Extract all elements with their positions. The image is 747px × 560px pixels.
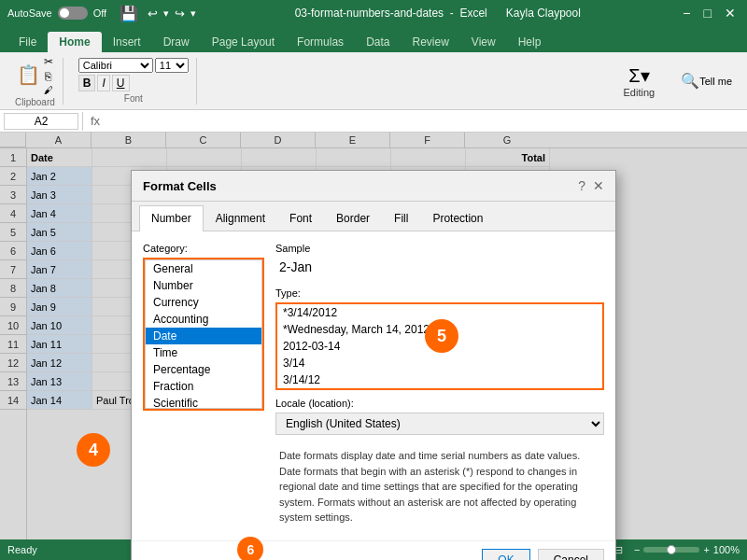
category-item-date[interactable]: Date — [146, 328, 261, 344]
file-title: 03-format-numbers-and-dates — [295, 7, 444, 20]
category-item-number[interactable]: Number — [146, 277, 261, 294]
dialog-tab-font[interactable]: Font — [277, 205, 324, 231]
font-family-select[interactable]: Calibri — [78, 58, 153, 73]
zoom-level: 100% — [713, 544, 740, 555]
dialog-tab-fill[interactable]: Fill — [382, 205, 420, 231]
formula-divider — [82, 112, 83, 131]
cancel-button[interactable]: Cancel — [538, 549, 604, 561]
save-icon[interactable]: 💾 — [120, 5, 138, 22]
font-label: Font — [124, 93, 143, 104]
cut-button[interactable]: ✂ — [44, 55, 53, 68]
zoom-thumb — [667, 545, 676, 554]
autosave-knob — [60, 8, 69, 18]
sheet-area: A B C D E F G 1 2 3 4 5 6 7 8 9 10 11 12… — [0, 133, 747, 539]
restore-button[interactable]: □ — [700, 6, 715, 21]
undo-button[interactable]: ↩ — [148, 7, 158, 21]
undo-dropdown[interactable]: ▾ — [163, 7, 169, 20]
ribbon-tabs: File Home Insert Draw Page Layout Formul… — [0, 26, 747, 52]
search-button[interactable]: 🔍 — [681, 72, 699, 90]
autosave-toggle[interactable] — [58, 7, 88, 20]
tab-data[interactable]: Data — [355, 32, 401, 52]
category-item-scientific[interactable]: Scientific — [146, 395, 261, 409]
tab-view[interactable]: View — [460, 32, 507, 52]
tell-me-label: Tell me — [699, 76, 732, 87]
name-box[interactable]: A2 — [4, 113, 78, 130]
callout-6-label: 6 — [247, 542, 254, 557]
ok-button[interactable]: OK — [482, 549, 529, 561]
zoom-slider[interactable] — [643, 547, 699, 553]
bold-button[interactable]: B — [78, 75, 96, 91]
dialog-title-bar: Format Cells ? ✕ — [132, 171, 615, 202]
sample-value: 2-Jan — [275, 256, 604, 278]
category-label: Category: — [143, 243, 264, 254]
dialog-title-text: Format Cells — [143, 179, 217, 193]
dialog-footer: OK Cancel — [132, 540, 615, 561]
category-section: Category: General Number Currency Accoun… — [143, 243, 264, 529]
dialog-help-button[interactable]: ? — [578, 178, 585, 193]
formula-input[interactable] — [104, 115, 743, 128]
italic-button[interactable]: I — [97, 75, 109, 91]
type-item-3[interactable]: 3/14 — [277, 355, 602, 371]
dialog-main-row: Category: General Number Currency Accoun… — [143, 243, 604, 529]
font-size-select[interactable]: 11 — [155, 58, 189, 73]
copy-button[interactable]: ⎘ — [44, 70, 53, 83]
dialog-tab-alignment[interactable]: Alignment — [204, 205, 277, 231]
dialog-title-actions: ? ✕ — [578, 178, 604, 193]
title-bar: AutoSave Off 💾 ↩ ▾ ↪ ▾ 03-format-numbers… — [0, 0, 747, 26]
category-item-accounting[interactable]: Accounting — [146, 311, 261, 328]
tab-review[interactable]: Review — [401, 32, 459, 52]
tab-help[interactable]: Help — [507, 32, 553, 52]
right-section: Sample 2-Jan Type: *3/14/2012 *Wednesday… — [275, 243, 604, 529]
tab-file[interactable]: File — [7, 32, 48, 52]
callout-4-label: 4 — [89, 441, 98, 460]
dialog-tabs: Number Alignment Font Border Fill Protec… — [132, 202, 615, 231]
tab-insert[interactable]: Insert — [102, 32, 152, 52]
zoom-minus[interactable]: − — [634, 544, 640, 555]
callout-4: 4 — [77, 433, 110, 467]
clipboard-label: Clipboard — [15, 97, 55, 107]
sample-label: Sample — [275, 243, 604, 254]
callout-6: 6 — [237, 537, 263, 560]
callout-5-label: 5 — [437, 327, 446, 346]
category-list[interactable]: General Number Currency Accounting Date … — [145, 259, 262, 409]
description-text: Date formats display date and time seria… — [275, 444, 604, 529]
editing-group: Σ▾ Editing — [613, 61, 667, 102]
type-label: Type: — [275, 287, 604, 299]
title-bar-left: AutoSave Off 💾 ↩ ▾ ↪ ▾ — [7, 5, 196, 22]
tab-draw[interactable]: Draw — [152, 32, 201, 52]
dialog-tab-protection[interactable]: Protection — [420, 205, 495, 231]
modal-overlay: Format Cells ? ✕ Number Alignment Font B… — [0, 133, 747, 539]
underline-button[interactable]: U — [112, 75, 130, 91]
category-item-currency[interactable]: Currency — [146, 294, 261, 311]
category-item-time[interactable]: Time — [146, 344, 261, 361]
dialog-tab-border[interactable]: Border — [324, 205, 382, 231]
category-list-wrapper: General Number Currency Accounting Date … — [143, 258, 264, 411]
title-bar-right: − □ ✕ — [679, 6, 740, 21]
dialog-tab-number[interactable]: Number — [139, 205, 204, 231]
tab-home[interactable]: Home — [48, 32, 101, 52]
autosave-label: AutoSave — [7, 7, 52, 19]
category-item-fraction[interactable]: Fraction — [146, 378, 261, 395]
redo-button[interactable]: ↪ — [175, 7, 185, 21]
username: Kayla Claypool — [506, 7, 581, 20]
tab-formulas[interactable]: Formulas — [286, 32, 355, 52]
category-item-general[interactable]: General — [146, 260, 261, 277]
zoom-plus[interactable]: + — [703, 544, 709, 555]
editing-label: Editing — [624, 87, 655, 98]
locale-label: Locale (location): — [275, 398, 604, 409]
app-name: Excel — [459, 7, 486, 20]
search-group: 🔍 Tell me — [673, 72, 740, 90]
category-item-percentage[interactable]: Percentage — [146, 361, 261, 378]
callout-5: 5 — [425, 319, 458, 353]
clipboard-group: 📋 ✂ ⎘ 🖌 Clipboard — [7, 58, 63, 105]
format-painter-button[interactable]: 🖌 — [44, 85, 53, 95]
dialog-close-button[interactable]: ✕ — [593, 178, 604, 193]
tab-page-layout[interactable]: Page Layout — [201, 32, 286, 52]
ribbon: 📋 ✂ ⎘ 🖌 Clipboard Calibri 11 B I U Font … — [0, 52, 747, 110]
type-item-4[interactable]: 3/14/12 — [277, 371, 602, 388]
paste-button[interactable]: 📋 — [17, 63, 40, 86]
locale-select[interactable]: English (United States) — [275, 413, 604, 435]
close-button[interactable]: ✕ — [721, 6, 740, 21]
minimize-button[interactable]: − — [679, 6, 694, 21]
format-cells-dialog: Format Cells ? ✕ Number Alignment Font B… — [131, 170, 616, 560]
